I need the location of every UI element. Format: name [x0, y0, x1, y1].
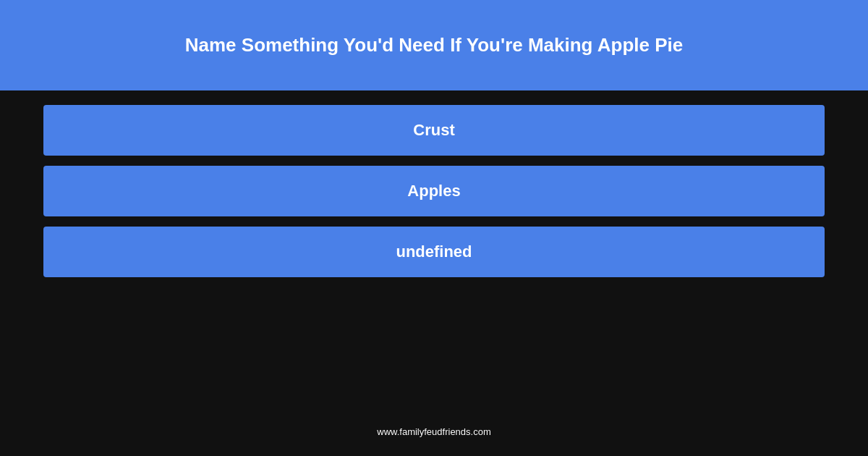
footer-url: www.familyfeudfriends.com: [377, 426, 491, 437]
footer: www.familyfeudfriends.com: [0, 414, 868, 449]
answer-label-1: Crust: [413, 121, 454, 140]
answers-container: Crust Apples undefined: [0, 90, 868, 456]
answer-label-2: Apples: [407, 182, 460, 200]
answer-button-1[interactable]: Crust: [43, 105, 825, 156]
question-header: Name Something You'd Need If You're Maki…: [0, 0, 868, 90]
answer-label-3: undefined: [396, 242, 472, 261]
question-title: Name Something You'd Need If You're Maki…: [185, 32, 683, 58]
answer-button-2[interactable]: Apples: [43, 166, 825, 216]
answer-button-3[interactable]: undefined: [43, 227, 825, 277]
